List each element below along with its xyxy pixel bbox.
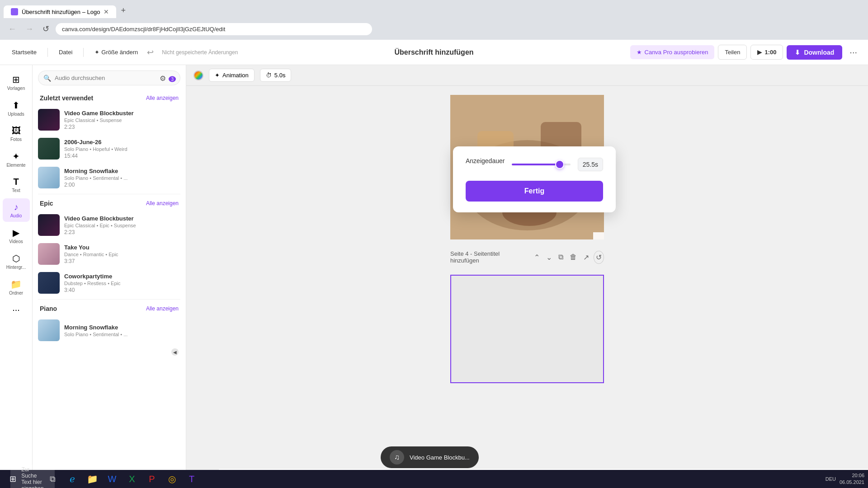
- main-layout: ⊞ Vorlagen ⬆ Uploads 🖼 Fotos ✦ Elemente …: [0, 65, 868, 488]
- taskbar-right: DEU 20:06 06.05.2021: [826, 472, 864, 486]
- taskbar-search[interactable]: Zur Suche Text hier eingeben: [24, 470, 42, 488]
- page-4-label: Seite 4 - Seitentitel hinzufügen: [450, 250, 528, 264]
- epic-info-1: Take You Dance • Romantic • Epic 3:37: [64, 244, 180, 264]
- now-playing-disc: ♫: [390, 450, 404, 465]
- recent-item-2[interactable]: Morning Snowflake Solo Piano • Sentiment…: [33, 163, 186, 192]
- duration-fill: [512, 164, 560, 165]
- reload-button[interactable]: ↺: [40, 22, 52, 36]
- audio-duration-2: 2:00: [64, 182, 180, 188]
- more-options-button[interactable]: ···: [846, 45, 861, 59]
- sidebar-item-vorlagen[interactable]: ⊞ Vorlagen: [3, 70, 30, 94]
- sidebar-label-ordner: Ordner: [9, 291, 23, 296]
- epic-item-1[interactable]: Take You Dance • Romantic • Epic 3:37: [33, 239, 186, 268]
- sidebar-item-elemente[interactable]: ✦ Elemente: [3, 147, 30, 171]
- recent-item-1[interactable]: 2006-June-26 Solo Piano • Hopeful • Weir…: [33, 134, 186, 163]
- brand-home: Startseite: [7, 46, 41, 58]
- page-refresh-button[interactable]: ↺: [594, 251, 604, 264]
- sidebar-item-more[interactable]: ···: [3, 301, 30, 319]
- audio-search-input[interactable]: [38, 70, 180, 85]
- piano-section-title: Piano: [40, 305, 57, 312]
- file-menu[interactable]: Datei: [54, 46, 77, 58]
- taskbar-word[interactable]: W: [103, 470, 121, 488]
- home-button[interactable]: Startseite: [7, 46, 41, 58]
- filter-button[interactable]: ⚙ 3: [160, 74, 176, 82]
- audio-tags-1: Solo Piano • Hopeful • Weird: [64, 146, 180, 152]
- epic-thumb-1: [38, 243, 60, 265]
- sidebar-item-ordner[interactable]: 📁 Ordner: [3, 275, 30, 299]
- now-playing-bar[interactable]: ♫ Video Game Blockbu...: [381, 446, 479, 468]
- color-palette-button[interactable]: [193, 70, 203, 80]
- duration-popup-label: Anzeigedauer: [466, 157, 505, 164]
- sidebar-label-elemente: Elemente: [6, 163, 25, 168]
- fertig-button[interactable]: Fertig: [466, 181, 603, 202]
- address-bar: ← → ↺ canva.com/design/DAEdomzscjl/dr8Fj…: [0, 18, 868, 40]
- now-playing-name: Video Game Blockbu...: [410, 454, 470, 461]
- taskbar-time: 20:06: [840, 472, 864, 479]
- taskbar-explorer[interactable]: 📁: [83, 470, 101, 488]
- download-button[interactable]: ⬇ Download: [787, 45, 842, 60]
- epic-item-2[interactable]: Coworkpartytime Dubstep • Restless • Epi…: [33, 268, 186, 297]
- sidebar-label-fotos: Fotos: [10, 137, 22, 142]
- taskbar-taskview[interactable]: ⧉: [43, 470, 61, 488]
- panel-collapse-button[interactable]: ◀: [171, 348, 179, 356]
- canva-pro-button[interactable]: ★ Canva Pro ausprobieren: [630, 45, 715, 59]
- tab-close-btn[interactable]: ✕: [104, 8, 109, 15]
- new-tab-button[interactable]: +: [116, 3, 130, 18]
- duration-popup: Anzeigedauer 25.5s Fertig: [453, 146, 616, 212]
- audio-thumb-1: [38, 138, 60, 160]
- fotos-icon: 🖼: [12, 126, 21, 136]
- page-up-button[interactable]: ⌃: [532, 251, 542, 264]
- page-4-label-row: Seite 4 - Seitentitel hinzufügen ⌃ ⌄ ⧉ 🗑…: [450, 247, 604, 267]
- audio-tags-0: Epic Classical • Suspense: [64, 117, 180, 123]
- sidebar-item-hintergruende[interactable]: ⬡ Hintergr...: [3, 249, 30, 273]
- play-button[interactable]: ▶ 1:00: [750, 45, 783, 60]
- sidebar-item-audio[interactable]: ♪ Audio: [3, 198, 30, 222]
- piano-see-all[interactable]: Alle anzeigen: [146, 305, 179, 312]
- sidebar-label-audio: Audio: [10, 213, 22, 218]
- page-delete-button[interactable]: 🗑: [568, 251, 579, 264]
- animation-button[interactable]: ✦ Animation: [209, 69, 255, 82]
- duration-button[interactable]: ⏱ 5.0s: [260, 69, 292, 82]
- recent-item-0[interactable]: Video Game Blockbuster Epic Classical • …: [33, 105, 186, 134]
- sidebar-item-videos[interactable]: ▶ Videos: [3, 224, 30, 248]
- tab-title: Überschrift hinzufügen – Logo: [22, 9, 100, 15]
- play-icon: ▶: [757, 49, 762, 56]
- canvas-page-4[interactable]: [450, 275, 604, 383]
- taskbar-ppt[interactable]: P: [143, 470, 161, 488]
- sidebar-item-uploads[interactable]: ⬆ Uploads: [3, 96, 30, 120]
- duration-thumb[interactable]: [555, 160, 564, 169]
- epic-see-all[interactable]: Alle anzeigen: [146, 200, 179, 206]
- back-button[interactable]: ←: [5, 23, 19, 36]
- audio-panel: 🔍 ⚙ 3 Zuletzt verwendet Alle anzeigen Vi…: [33, 65, 186, 488]
- unsaved-label: Nicht gespeicherte Änderungen: [162, 49, 238, 56]
- audio-icon: ♪: [14, 202, 19, 212]
- epic-tags-0: Epic Classical • Epic • Suspense: [64, 223, 180, 228]
- taskbar-teams[interactable]: T: [183, 470, 201, 488]
- recent-see-all[interactable]: Alle anzeigen: [146, 95, 179, 101]
- forward-button[interactable]: →: [23, 23, 36, 36]
- page-duplicate-button[interactable]: ⧉: [557, 251, 565, 264]
- active-tab[interactable]: Überschrift hinzufügen – Logo ✕: [4, 5, 116, 18]
- epic-duration-1: 3:37: [64, 258, 180, 264]
- canvas-area: ✦ Animation ⏱ 5.0s: [186, 65, 868, 488]
- taskbar-excel[interactable]: X: [123, 470, 141, 488]
- url-box[interactable]: canva.com/design/DAEdomzscjl/dr8FjHdCojI…: [56, 23, 372, 35]
- resize-button[interactable]: ✦ Größe ändern: [90, 46, 142, 58]
- audio-info-1: 2006-June-26 Solo Piano • Hopeful • Weir…: [64, 139, 180, 159]
- epic-item-0[interactable]: Video Game Blockbuster Epic Classical • …: [33, 211, 186, 239]
- taskbar-chrome[interactable]: ◎: [163, 470, 181, 488]
- sidebar-item-fotos[interactable]: 🖼 Fotos: [3, 122, 30, 145]
- share-button[interactable]: Teilen: [718, 45, 747, 60]
- piano-tags-0: Solo Piano • Sentimental • ...: [64, 332, 180, 337]
- app-bar-left: Startseite Datei ✦ Größe ändern ↩ Nicht …: [7, 46, 630, 58]
- taskbar-edge[interactable]: ℯ: [63, 470, 81, 488]
- piano-item-0[interactable]: Morning Snowflake Solo Piano • Sentiment…: [33, 316, 186, 345]
- clock-icon: ⏱: [266, 72, 272, 79]
- page-export-button[interactable]: ↗: [581, 251, 591, 264]
- ordner-icon: 📁: [10, 279, 22, 290]
- undo-button[interactable]: ↩: [147, 47, 154, 57]
- document-title: Überschrift hinzufügen: [394, 48, 473, 56]
- audio-name-0: Video Game Blockbuster: [64, 110, 180, 117]
- sidebar-item-text[interactable]: T Text: [3, 173, 30, 197]
- page-down-button[interactable]: ⌄: [544, 251, 554, 264]
